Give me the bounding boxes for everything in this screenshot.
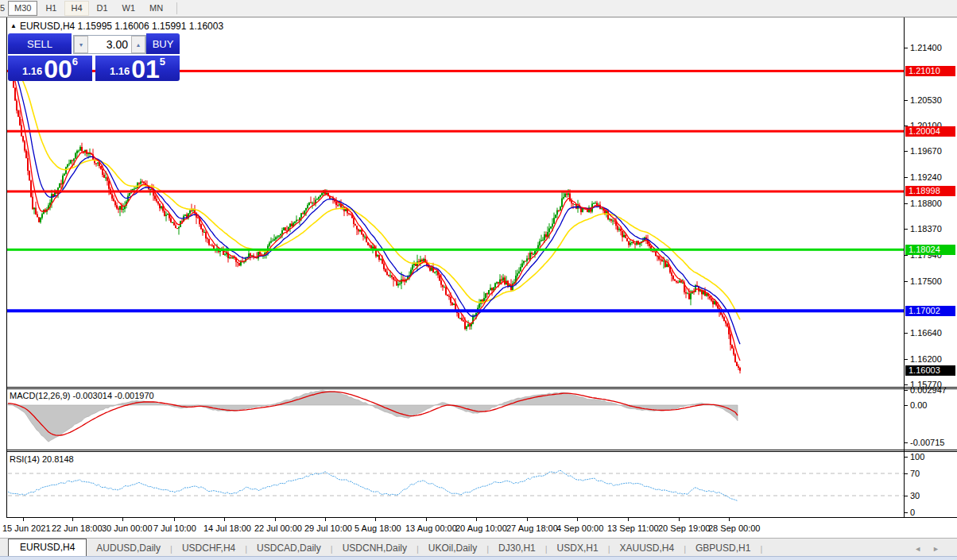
- time-tick-label: 28 Sep 00:00: [708, 523, 760, 533]
- price-tick-label: 1.16200: [910, 354, 942, 364]
- time-tick-mark: [527, 518, 528, 521]
- sell-button[interactable]: SELL: [8, 33, 72, 54]
- volume-value[interactable]: 3.00: [88, 36, 131, 53]
- time-tick-label: 5 Aug 18:00: [355, 523, 401, 533]
- volume-increase-button[interactable]: ▲: [131, 36, 145, 53]
- tab-scroll-arrows[interactable]: ◄►: [914, 545, 957, 557]
- rsi-line: [8, 470, 738, 500]
- timeframe-toolbar: 5 M30H1H4D1W1MN: [0, 0, 957, 17]
- rsi-tick-label: 0: [910, 508, 915, 517]
- time-tick-label: 20 Sep 19:00: [658, 523, 710, 533]
- buy-price-prefix: 1.16: [110, 65, 130, 77]
- time-tick-mark: [174, 518, 175, 521]
- chart-left-border: [6, 17, 7, 518]
- time-tick-mark: [577, 518, 578, 521]
- time-tick-label: 29 Jul 10:00: [304, 523, 352, 533]
- volume-decrease-button[interactable]: ▼: [74, 36, 88, 53]
- time-tick-mark: [426, 518, 427, 521]
- buy-price-big: 01: [131, 59, 160, 79]
- collapse-panel-icon[interactable]: ▲: [10, 22, 17, 29]
- buy-price-display[interactable]: 1.16 01 5: [95, 56, 180, 81]
- status-strip: [0, 556, 957, 560]
- buy-button[interactable]: BUY: [146, 33, 180, 54]
- chart-tab-bar: EURUSD,H4AUDUSD,Daily|USDCHF,H4|USDCAD,D…: [0, 538, 957, 557]
- candlestick-series: [8, 56, 741, 373]
- time-axis-border: [6, 517, 957, 518]
- chart-tab-audusd[interactable]: AUDUSD,Daily: [87, 540, 170, 557]
- time-tick-label: 13 Sep 11:00: [607, 523, 659, 533]
- macd-tick-label: -0.00715: [910, 438, 944, 447]
- pane-splitter-2a[interactable]: [6, 450, 957, 450]
- chart-tab-usdcnh[interactable]: USDCNH,Daily: [333, 540, 417, 557]
- rsi-tick-label: 100: [910, 452, 924, 462]
- buy-button-label: BUY: [153, 38, 174, 50]
- price-tick-label: 1.16640: [910, 328, 942, 338]
- price-axis[interactable]: 1.214001.205301.201001.196701.192401.188…: [904, 17, 957, 518]
- timeframe-button-d1[interactable]: D1: [91, 1, 114, 16]
- axis-separator[interactable]: [904, 17, 905, 518]
- price-tick-label: 1.19670: [910, 146, 942, 156]
- time-tick-mark: [476, 518, 477, 521]
- time-tick-label: 7 Jul 10:00: [153, 523, 196, 533]
- chart-tab-usdx[interactable]: USDX,H1: [548, 540, 608, 557]
- time-tick-mark: [679, 518, 680, 521]
- timeframe-button-w1[interactable]: W1: [116, 1, 142, 16]
- toolbar-separator: [176, 2, 177, 14]
- time-tick-mark: [729, 518, 730, 521]
- current-price-label: 1.16003: [905, 365, 955, 376]
- level-price-label: 1.21010: [905, 66, 955, 76]
- sell-price-big: 00: [44, 59, 72, 79]
- pane-splitter-2b: [6, 451, 957, 452]
- tab-separator: |: [760, 544, 762, 557]
- pane-splitter-1a[interactable]: [6, 387, 957, 388]
- tab-scroll-right-icon[interactable]: ►: [932, 545, 951, 553]
- chart-tab-eurusd[interactable]: EURUSD,H4: [8, 539, 87, 557]
- time-axis[interactable]: 15 Jun 202122 Jun 18:0030 Jun 00:007 Jul…: [0, 518, 957, 538]
- time-tick-label: 30 Jun 00:00: [102, 523, 153, 533]
- price-tick-label: 1.21400: [910, 43, 942, 52]
- level-price-label: 1.17002: [905, 306, 955, 316]
- time-tick-mark: [275, 518, 276, 521]
- one-click-trading-panel: SELL ▼ 3.00 ▲ BUY 1.16 00 6 1.16 01 5: [8, 33, 180, 79]
- horizontal-level-line[interactable]: [7, 309, 904, 312]
- time-tick-mark: [224, 518, 225, 521]
- chart-tab-usdchf[interactable]: USDCHF,H4: [172, 540, 245, 557]
- horizontal-level-line[interactable]: [7, 191, 904, 193]
- timeframe-button-m5-partial[interactable]: 5: [0, 3, 7, 14]
- buy-price-pip: 5: [160, 56, 165, 68]
- timeframe-button-m30[interactable]: M30: [8, 1, 37, 16]
- timeframe-button-mn[interactable]: MN: [143, 1, 169, 16]
- timeframe-button-h1[interactable]: H1: [39, 1, 63, 16]
- time-tick-mark: [325, 518, 326, 521]
- price-tick-label: 1.18370: [910, 224, 942, 234]
- level-price-label: 1.18024: [905, 245, 955, 255]
- chart-tab-xauusd[interactable]: XAUUSD,H4: [610, 540, 684, 557]
- ohlc-text: EURUSD,H4 1.15995 1.16006 1.15991 1.1600…: [20, 21, 223, 32]
- sell-button-label: SELL: [27, 38, 52, 50]
- tab-scroll-left-icon[interactable]: ◄: [914, 545, 932, 553]
- macd-tick-label: 0.00: [910, 400, 927, 410]
- rsi-tick-label: 70: [910, 469, 920, 478]
- rsi-pane-canvas[interactable]: [7, 452, 904, 517]
- sell-price-display[interactable]: 1.16 00 6: [8, 56, 92, 81]
- time-tick-label: 13 Aug 00:00: [405, 523, 457, 533]
- time-tick-label: 27 Aug 18:00: [506, 523, 558, 533]
- time-tick-label: 22 Jun 18:00: [52, 523, 103, 533]
- time-tick-label: 20 Aug 10:00: [455, 523, 507, 533]
- chart-tab-ukoil[interactable]: UKOil,Daily: [419, 540, 486, 557]
- sell-price-pip: 6: [72, 56, 78, 68]
- time-tick-mark: [23, 518, 24, 521]
- time-tick-mark: [375, 518, 376, 521]
- price-tick-label: 1.18800: [910, 199, 942, 208]
- time-tick-label: 22 Jul 00:00: [254, 523, 302, 533]
- chart-tab-usdcad[interactable]: USDCAD,Daily: [247, 540, 331, 557]
- chart-tab-gbpusd[interactable]: GBPUSD,H1: [686, 540, 760, 557]
- horizontal-level-line[interactable]: [7, 249, 904, 251]
- timeframe-button-h4[interactable]: H4: [64, 1, 88, 16]
- horizontal-level-line[interactable]: [7, 130, 904, 133]
- chart-tab-dj30[interactable]: DJ30,H1: [489, 540, 545, 557]
- time-tick-label: 14 Jul 18:00: [203, 523, 251, 533]
- level-price-label: 1.18998: [905, 186, 955, 196]
- price-tick-label: 1.17500: [910, 276, 942, 286]
- time-tick-label: 15 Jun 2021: [2, 523, 51, 533]
